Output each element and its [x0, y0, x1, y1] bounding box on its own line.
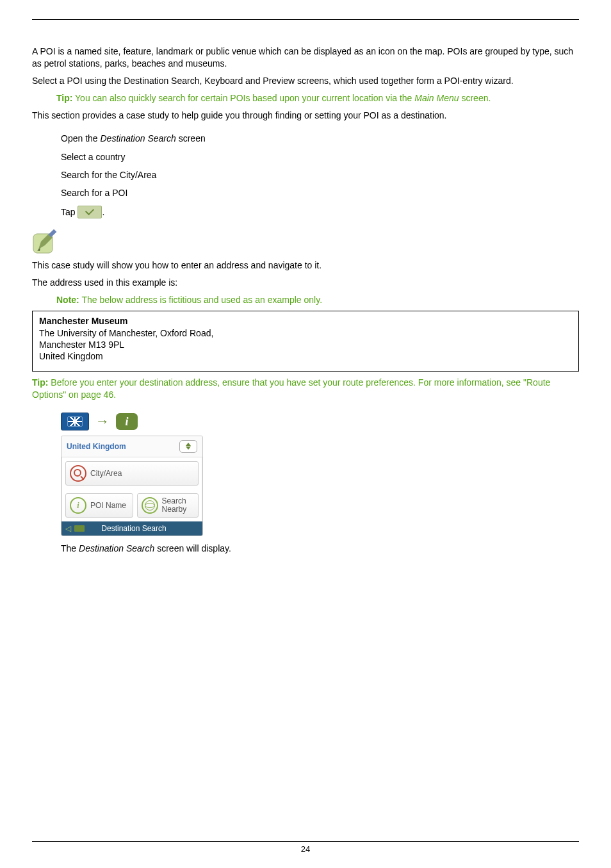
tip-label: Tip:	[56, 93, 72, 103]
step-text: Tap	[61, 207, 77, 217]
tip-label: Tip:	[32, 377, 48, 388]
step-line: Select a country	[61, 152, 579, 162]
tip-text: screen.	[459, 93, 491, 103]
paragraph: The address used in this example is:	[32, 277, 579, 289]
step-text: screen	[176, 134, 206, 144]
step-line: Search for the City/Area	[61, 170, 579, 180]
country-label[interactable]: United Kingdom	[67, 442, 126, 451]
button-label: City/Area	[90, 469, 122, 478]
top-rule	[32, 19, 579, 20]
tip-text: You can also quickly search for certain …	[75, 93, 414, 103]
example-street: The University of Manchester, Oxford Roa…	[39, 327, 572, 339]
button-label: POI Name	[90, 501, 126, 510]
panel-footer: ◁ Destination Search	[61, 521, 202, 536]
paragraph: This section provides a case study to he…	[32, 110, 579, 122]
map-flag-icon	[61, 413, 89, 430]
step-text: Open the	[61, 134, 101, 144]
info-icon	[70, 497, 86, 514]
example-country: United Kingdom	[39, 350, 572, 362]
note-line: Note: The below address is fictitious an…	[56, 294, 579, 306]
city-area-button[interactable]: City/Area	[65, 461, 199, 486]
note-text: The below address is fictitious and used…	[81, 295, 322, 305]
caption-text: The	[61, 543, 79, 553]
pencil-icon	[32, 226, 579, 254]
poi-name-button[interactable]: POI Name	[65, 493, 133, 518]
step-text-em: Destination Search	[101, 134, 176, 144]
example-poi: Manchester Museum	[39, 315, 572, 327]
panel-row: POI Name Search Nearby	[61, 489, 202, 521]
paragraph: Select a POI using the Destination Searc…	[32, 75, 579, 87]
caption-line: The Destination Search screen will displ…	[61, 543, 579, 555]
nav-breadcrumb: → i	[61, 413, 579, 430]
step1-block: → i United Kingdom City/Area PO	[61, 413, 579, 555]
paragraph: A POI is a named site, feature, landmark…	[32, 45, 579, 70]
paragraph: This case study will show you how to ent…	[32, 259, 579, 272]
example-address-box: Manchester Museum The University of Manc…	[32, 311, 579, 372]
magnifier-icon	[70, 465, 86, 482]
panel-row: City/Area	[61, 457, 202, 489]
quick-steps: Open the Destination Search screen Selec…	[61, 133, 579, 218]
document-page: A POI is a named site, feature, landmark…	[0, 0, 611, 868]
tip-text-italic: Main Menu	[414, 93, 459, 103]
globe-icon	[142, 497, 158, 514]
step-period: .	[102, 207, 104, 217]
toggle-updown-icon[interactable]	[179, 440, 197, 453]
button-label: Search Nearby	[162, 497, 187, 514]
tip-text: Before you enter your destination addres…	[32, 377, 550, 400]
step-line: Open the Destination Search screen	[61, 133, 579, 143]
confirm-check-icon	[77, 206, 102, 218]
caption-text: screen will display.	[154, 543, 231, 553]
page-footer: 24	[32, 841, 579, 854]
tip-line-2: Tip: Before you enter your destination a…	[32, 377, 579, 401]
back-icon[interactable]: ◁	[61, 524, 74, 533]
search-nearby-button[interactable]: Search Nearby	[137, 493, 199, 518]
step-line: Search for a POI	[61, 188, 579, 198]
info-chip-icon: i	[116, 413, 138, 430]
step-line: Tap .	[61, 206, 579, 218]
panel-header: United Kingdom	[61, 436, 202, 457]
panel-title: Destination Search	[88, 524, 202, 533]
example-city: Manchester M13 9PL	[39, 339, 572, 350]
note-label: Note:	[56, 295, 79, 305]
destination-search-panel: United Kingdom City/Area POI Name	[61, 436, 203, 536]
caption-em: Destination Search	[79, 543, 154, 553]
page-number: 24	[301, 844, 310, 854]
tip-line: Tip: You can also quickly search for cer…	[56, 92, 579, 104]
arrow-right-icon: →	[95, 413, 110, 430]
progress-segment-icon	[74, 525, 85, 532]
